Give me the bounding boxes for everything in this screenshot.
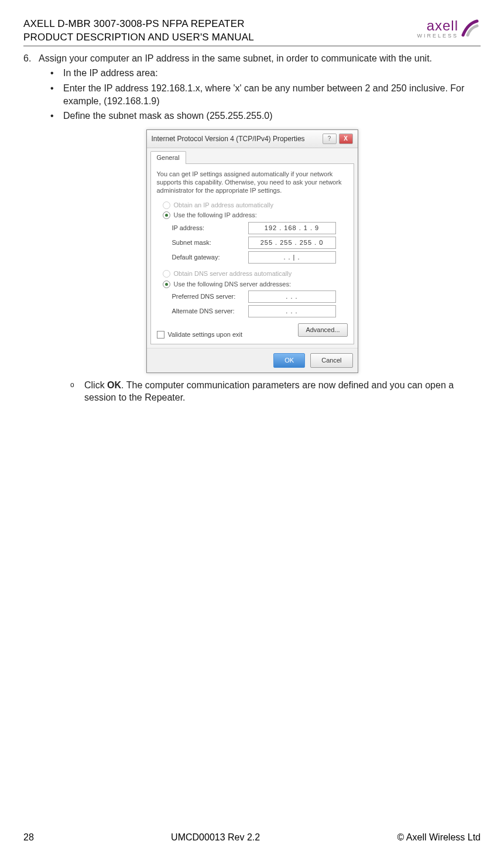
bullet-item: Define the subnet mask as shown (255.255… [47, 110, 481, 122]
radio-label: Use the following DNS server addresses: [174, 280, 292, 289]
radio-icon [163, 270, 170, 278]
close-icon[interactable]: X [339, 134, 353, 144]
sub-prefix: Click [84, 380, 107, 390]
logo-subtext: WIRELESS [417, 33, 458, 39]
radio-icon [163, 281, 170, 288]
radio-use-dns[interactable]: Use the following DNS server addresses: [163, 280, 348, 289]
dialog-screenshot: Internet Protocol Version 4 (TCP/IPv4) P… [23, 129, 481, 373]
sub-bullet-marker: o [70, 380, 74, 389]
page-header: AXELL D-MBR 3007-3008-PS NFPA REPEATER P… [23, 18, 481, 46]
ip-label: IP address: [172, 224, 248, 233]
bottom-row: Validate settings upon exit Advanced... [157, 323, 348, 339]
ip-address-input[interactable]: 192 . 168 . 1 . 9 [248, 222, 336, 234]
alt-dns-label: Alternate DNS server: [172, 307, 248, 316]
content-body: 6. Assign your computer an IP address in… [23, 52, 481, 404]
radio-icon [163, 201, 170, 209]
help-icon[interactable]: ? [323, 134, 337, 144]
gateway-label: Default gateway: [172, 253, 248, 262]
page-number: 28 [23, 832, 34, 843]
pref-dns-input[interactable]: . . . [248, 290, 336, 303]
radio-label: Obtain an IP address automatically [174, 201, 273, 210]
sub-rest: . The computer communication parameters … [84, 380, 454, 403]
ip-address-row: IP address: 192 . 168 . 1 . 9 [172, 222, 348, 234]
validate-checkbox-row[interactable]: Validate settings upon exit [157, 330, 243, 339]
subnet-mask-row: Subnet mask: 255 . 255 . 255 . 0 [172, 237, 348, 249]
bullet-list: In the IP address area: Enter the IP add… [47, 67, 481, 122]
cancel-button[interactable]: Cancel [310, 353, 352, 368]
step-6: 6. Assign your computer an IP address in… [23, 52, 481, 65]
logo-mark-icon [460, 18, 481, 39]
header-titles: AXELL D-MBR 3007-3008-PS NFPA REPEATER P… [23, 18, 254, 45]
dns-group: Obtain DNS server address automatically … [163, 269, 348, 317]
sub-bullet-item: o Click OK. The computer communication p… [68, 379, 481, 404]
subnet-mask-input[interactable]: 255 . 255 . 255 . 0 [248, 237, 336, 249]
step-number: 6. [23, 52, 39, 65]
radio-use-ip[interactable]: Use the following IP address: [163, 211, 348, 220]
bullet-item: In the IP address area: [47, 67, 481, 80]
dialog-button-row: OK Cancel [147, 348, 358, 372]
page-footer: 28 UMCD00013 Rev 2.2 © Axell Wireless Lt… [23, 832, 481, 843]
tab-row: General [147, 148, 358, 163]
radio-label: Obtain DNS server address automatically [174, 269, 292, 278]
radio-obtain-dns[interactable]: Obtain DNS server address automatically [163, 269, 348, 278]
alt-dns-row: Alternate DNS server: . . . [172, 305, 348, 317]
gateway-input[interactable]: . . | . [248, 251, 336, 264]
ok-button[interactable]: OK [273, 353, 305, 368]
gateway-row: Default gateway: . . | . [172, 251, 348, 264]
radio-icon [163, 211, 170, 219]
pref-dns-row: Preferred DNS server: . . . [172, 290, 348, 303]
intro-text: You can get IP settings assigned automat… [157, 170, 348, 195]
ip-group: Obtain an IP address automatically Use t… [163, 201, 348, 264]
tab-general[interactable]: General [150, 151, 186, 164]
copyright: © Axell Wireless Ltd [397, 832, 481, 843]
radio-label: Use the following IP address: [174, 211, 257, 220]
pref-dns-label: Preferred DNS server: [172, 292, 248, 301]
checkbox-icon [157, 331, 164, 339]
step-text: Assign your computer an IP address in th… [39, 52, 432, 65]
header-line1: AXELL D-MBR 3007-3008-PS NFPA REPEATER [23, 18, 254, 31]
sub-bold: OK [107, 380, 121, 390]
dialog-panel: You can get IP settings assigned automat… [150, 163, 354, 344]
dialog-title: Internet Protocol Version 4 (TCP/IPv4) P… [152, 134, 305, 143]
logo-text: axell [427, 18, 458, 34]
validate-label: Validate settings upon exit [168, 330, 243, 339]
header-line2: PRODUCT DESCRIPTION AND USER'S MANUAL [23, 31, 254, 45]
mask-label: Subnet mask: [172, 238, 248, 247]
radio-obtain-ip[interactable]: Obtain an IP address automatically [163, 201, 348, 210]
sub-bullet-list: o Click OK. The computer communication p… [68, 379, 481, 404]
ipv4-properties-dialog: Internet Protocol Version 4 (TCP/IPv4) P… [146, 129, 358, 373]
advanced-button[interactable]: Advanced... [298, 323, 347, 337]
bullet-item: Enter the IP address 192.168.1.x, where … [47, 82, 481, 107]
alt-dns-input[interactable]: . . . [248, 305, 336, 317]
brand-logo: axell WIRELESS [417, 18, 481, 39]
dialog-titlebar: Internet Protocol Version 4 (TCP/IPv4) P… [147, 130, 358, 148]
doc-id: UMCD00013 Rev 2.2 [171, 832, 260, 843]
